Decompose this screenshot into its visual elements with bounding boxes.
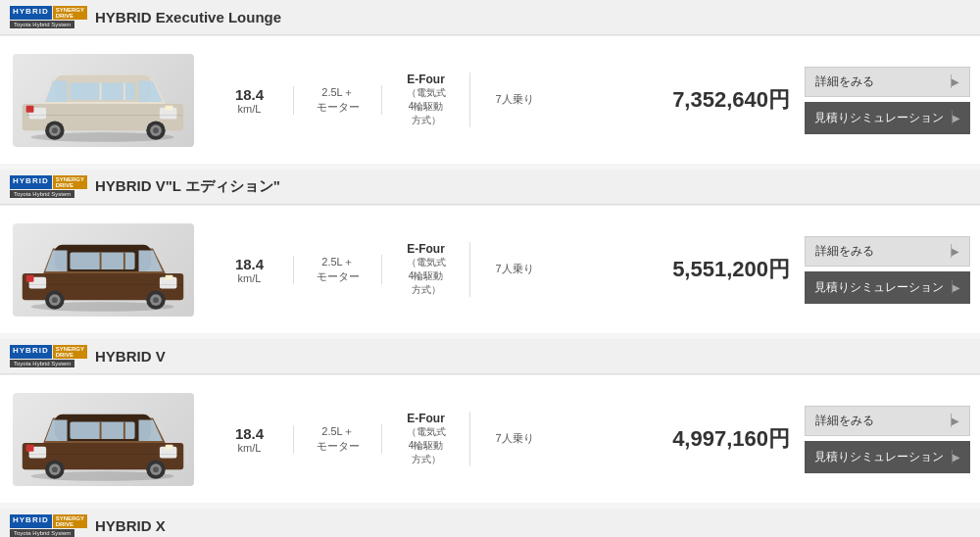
price-section-vl-edition: 5,551,200円 bbox=[648, 255, 805, 284]
drive-spec-executive-lounge: E-Four （電気式4輪駆動方式） bbox=[382, 73, 470, 127]
svg-rect-14 bbox=[166, 106, 173, 111]
action-buttons-vl-edition: 詳細をみる ▶ 見積りシミュレーション ▶ bbox=[805, 236, 970, 304]
engine-spec-vl-edition: 2.5L＋モーター bbox=[294, 255, 382, 285]
fuel-spec-vl-edition: 18.4km/L bbox=[206, 256, 294, 284]
simulation-arrow-icon-vl-edition: ▶ bbox=[953, 282, 960, 293]
price-section-executive-lounge: 7,352,640円 bbox=[648, 85, 805, 115]
seats-spec-executive-lounge: 7人乗り bbox=[470, 92, 559, 107]
section-title-hybrid-x: HYBRID X bbox=[95, 517, 166, 534]
detail-button-label-executive-lounge: 詳細をみる bbox=[815, 73, 874, 90]
car-section-hybrid-v: HYBRID SYNERGYDRIVE Toyota Hybrid System… bbox=[0, 339, 980, 503]
car-row-executive-lounge: 18.4km/L 2.5L＋モーター E-Four （電気式4輪駆動方式） 7人… bbox=[0, 35, 980, 164]
price-section-hybrid-v: 4,997,160円 bbox=[648, 424, 805, 454]
svg-point-30 bbox=[52, 297, 58, 303]
price-value-executive-lounge: 7,352,640円 bbox=[672, 85, 790, 115]
action-buttons-executive-lounge: 詳細をみる ▶ 見積りシミュレーション ▶ bbox=[805, 67, 970, 134]
svg-rect-49 bbox=[26, 445, 34, 452]
svg-point-27 bbox=[153, 297, 159, 303]
svg-point-13 bbox=[52, 127, 58, 133]
car-section-executive-lounge: HYBRID SYNERGYDRIVE Toyota Hybrid System… bbox=[0, 0, 980, 164]
price-value-vl-edition: 5,551,200円 bbox=[672, 255, 790, 284]
hybrid-badge: HYBRID SYNERGYDRIVE Toyota Hybrid System bbox=[10, 345, 87, 367]
spec-group-executive-lounge: 18.4km/L 2.5L＋モーター E-Four （電気式4輪駆動方式） 7人… bbox=[206, 73, 648, 127]
car-row-vl-edition: 18.4km/L 2.5L＋モーター E-Four （電気式4輪駆動方式） 7人… bbox=[0, 205, 980, 333]
price-value-hybrid-v: 4,997,160円 bbox=[672, 424, 790, 454]
svg-point-10 bbox=[153, 127, 159, 133]
section-header-hybrid-v: HYBRID SYNERGYDRIVE Toyota Hybrid System… bbox=[0, 339, 980, 374]
section-title-hybrid-v: HYBRID V bbox=[95, 348, 166, 365]
car-section-hybrid-x: HYBRID SYNERGYDRIVE Toyota Hybrid System… bbox=[0, 509, 980, 537]
seats-spec-vl-edition: 7人乗り bbox=[470, 262, 559, 276]
section-header-executive-lounge: HYBRID SYNERGYDRIVE Toyota Hybrid System… bbox=[0, 0, 980, 35]
simulation-button-hybrid-v[interactable]: 見積りシミュレーション ▶ bbox=[805, 441, 970, 473]
car-image-vl-edition bbox=[10, 220, 196, 318]
svg-point-44 bbox=[153, 466, 159, 472]
svg-rect-32 bbox=[26, 275, 34, 282]
simulation-arrow-icon-executive-lounge: ▶ bbox=[953, 113, 960, 123]
svg-rect-48 bbox=[166, 445, 173, 450]
simulation-button-label-executive-lounge: 見積りシミュレーション bbox=[814, 110, 944, 126]
fuel-spec-hybrid-v: 18.4km/L bbox=[206, 425, 294, 454]
car-image-executive-lounge bbox=[10, 51, 196, 149]
spec-group-vl-edition: 18.4km/L 2.5L＋モーター E-Four （電気式4輪駆動方式） 7人… bbox=[206, 242, 648, 297]
hybrid-badge: HYBRID SYNERGYDRIVE Toyota Hybrid System bbox=[10, 175, 87, 198]
detail-button-label-vl-edition: 詳細をみる bbox=[815, 243, 874, 260]
spec-group-hybrid-v: 18.4km/L 2.5L＋モーター E-Four （電気式4輪駆動方式） 7人… bbox=[206, 412, 648, 466]
simulation-button-executive-lounge[interactable]: 見積りシミュレーション ▶ bbox=[805, 102, 970, 134]
car-row-hybrid-v: 18.4km/L 2.5L＋モーター E-Four （電気式4輪駆動方式） 7人… bbox=[0, 374, 980, 503]
detail-button-label-hybrid-v: 詳細をみる bbox=[815, 413, 874, 429]
section-header-vl-edition: HYBRID SYNERGYDRIVE Toyota Hybrid System… bbox=[0, 170, 980, 205]
section-title-vl-edition: HYBRID V"L エディション" bbox=[95, 177, 280, 196]
section-title-executive-lounge: HYBRID Executive Lounge bbox=[95, 9, 281, 25]
svg-rect-15 bbox=[26, 106, 34, 113]
simulation-arrow-icon-hybrid-v: ▶ bbox=[953, 452, 960, 463]
hybrid-badge: HYBRID SYNERGYDRIVE Toyota Hybrid System bbox=[10, 514, 87, 537]
drive-spec-vl-edition: E-Four （電気式4輪駆動方式） bbox=[382, 242, 470, 297]
detail-arrow-icon-hybrid-v: ▶ bbox=[952, 415, 959, 426]
detail-button-vl-edition[interactable]: 詳細をみる ▶ bbox=[805, 236, 970, 267]
simulation-button-vl-edition[interactable]: 見積りシミュレーション ▶ bbox=[805, 271, 970, 304]
simulation-button-label-hybrid-v: 見積りシミュレーション bbox=[814, 449, 944, 465]
svg-point-47 bbox=[52, 466, 58, 472]
fuel-spec-executive-lounge: 18.4km/L bbox=[206, 86, 294, 115]
detail-arrow-icon-executive-lounge: ▶ bbox=[952, 76, 959, 87]
detail-arrow-icon-vl-edition: ▶ bbox=[952, 246, 959, 257]
engine-spec-executive-lounge: 2.5L＋モーター bbox=[294, 85, 382, 116]
engine-spec-hybrid-v: 2.5L＋モーター bbox=[294, 424, 382, 455]
drive-spec-hybrid-v: E-Four （電気式4輪駆動方式） bbox=[382, 412, 470, 466]
detail-button-hybrid-v[interactable]: 詳細をみる ▶ bbox=[805, 406, 970, 436]
action-buttons-hybrid-v: 詳細をみる ▶ 見積りシミュレーション ▶ bbox=[805, 406, 970, 473]
car-image-hybrid-v bbox=[10, 390, 196, 488]
hybrid-badge: HYBRID SYNERGYDRIVE Toyota Hybrid System bbox=[10, 6, 87, 28]
section-header-hybrid-x: HYBRID SYNERGYDRIVE Toyota Hybrid System… bbox=[0, 509, 980, 537]
car-section-vl-edition: HYBRID SYNERGYDRIVE Toyota Hybrid System… bbox=[0, 170, 980, 333]
detail-button-executive-lounge[interactable]: 詳細をみる ▶ bbox=[805, 67, 970, 97]
svg-rect-31 bbox=[166, 275, 173, 280]
simulation-button-label-vl-edition: 見積りシミュレーション bbox=[814, 279, 944, 296]
seats-spec-hybrid-v: 7人乗り bbox=[470, 431, 559, 446]
